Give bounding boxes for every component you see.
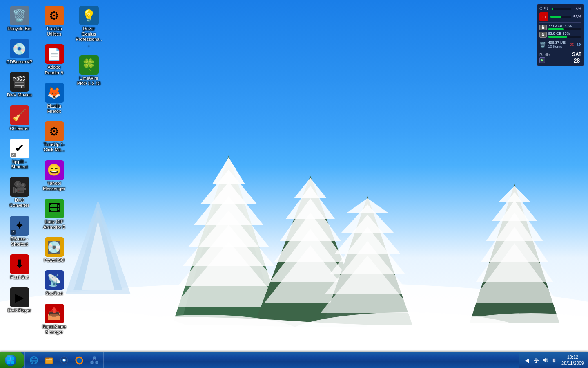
svg-marker-66 (543, 358, 546, 363)
d-drive-bar (548, 36, 567, 38)
d-drive-label: 63.9 GB 57% (548, 31, 581, 36)
icon-image-flashget: ⬇ (10, 254, 29, 274)
desktop-icon-driver-genius[interactable]: 💡Driver Genius Professiona... (74, 4, 104, 49)
bin-size: 496.37 MB (548, 40, 569, 45)
icon-image-recycle-bin: 🗑️ (10, 6, 29, 25)
icon-image-tuneup-utilities: ⚙ (45, 6, 64, 25)
svg-rect-50 (46, 359, 52, 360)
icon-label-divx-converter: DivX Converter (6, 197, 33, 208)
icon-label-tuneup-1click: TuneUp 1-Click Ma... (40, 142, 68, 153)
clock-display: 10:12 28/11/2009 (559, 354, 584, 366)
desktop-icon-mozilla-firefox[interactable]: 🦊Mozilla Firefox (39, 81, 69, 116)
network-quicklaunch[interactable] (87, 353, 101, 367)
icon-label-cdburnerxp: CDBurnerXP (7, 59, 33, 65)
icon-image-limewire: 🍀 (79, 55, 99, 75)
divider-1 (539, 22, 581, 23)
desktop-icon-easy-gif[interactable]: 🎞Easy GIF Animator 5 (39, 197, 69, 231)
icon-image-easy-gif: 🎞 (45, 199, 64, 218)
svg-rect-57 (91, 361, 93, 364)
desktop-icon-tuneup-utilities[interactable]: ⚙TuneUp Utilities (39, 4, 69, 38)
windows-orb (5, 355, 16, 366)
svg-rect-62 (535, 359, 538, 360)
firefox-quicklaunch[interactable] (72, 353, 86, 367)
quick-launch-bar (24, 352, 104, 368)
desktop-icon-ds-exe[interactable]: ✦DS.exe - Shortcut (4, 214, 35, 249)
icon-label-sopcast: SopCast (45, 291, 62, 296)
bin-clear-icon[interactable]: ✕ (570, 41, 575, 48)
desktop-icon-hjsplit[interactable]: ✔hjsplit - Shortcut (4, 137, 35, 171)
desktop-icon-flashget[interactable]: ⬇FlashGet (4, 253, 35, 282)
icon-label-adobe-reader: Adobe Reader 9 (40, 65, 68, 75)
desktop-icon-yahoo-messenger[interactable]: 😄Yahoo! Messenger (39, 159, 69, 193)
desktop-icon-ccleaner[interactable]: 🧹CCleaner (4, 104, 35, 133)
ram-bar-container (550, 16, 571, 18)
system-tray: ◀ 10:12 28/11/2009 (519, 352, 588, 368)
divider-3 (539, 50, 581, 50)
ram-row: ↓↓ 53% (539, 12, 581, 21)
c-drive-icon: 💾 (539, 25, 547, 30)
radio-label: Radio (539, 53, 550, 57)
icon-image-ds-exe: ✦ (10, 216, 29, 236)
c-drive-info: 77.04 GB 48% (548, 24, 581, 30)
start-button[interactable] (0, 352, 24, 368)
desktop-icon-divx-player[interactable]: ▶DivX Player (4, 286, 35, 315)
desktop-icon-divx-converter[interactable]: 🎥DivX Converter (4, 175, 35, 210)
radio-day-info: SAT 28 (572, 52, 581, 64)
bin-restore-icon[interactable]: ↺ (577, 41, 581, 48)
c-drive-row: 💾 77.04 GB 48% (539, 24, 581, 30)
tray-safety-remove-icon[interactable] (550, 357, 558, 364)
ie-quicklaunch[interactable] (27, 353, 41, 367)
icon-label-recycle-bin: Recycle Bin (7, 26, 31, 31)
svg-rect-41 (7, 361, 10, 364)
desktop-icon-recycle-bin[interactable]: 🗑️Recycle Bin (4, 4, 35, 33)
media-quicklaunch[interactable] (57, 353, 71, 367)
tray-network-icon[interactable] (532, 357, 540, 364)
desktop-icon-divx-movies[interactable]: 🎬DivX Movies (4, 70, 35, 99)
svg-line-59 (92, 359, 94, 361)
icon-image-sopcast: 📡 (45, 270, 64, 290)
svg-line-60 (94, 359, 97, 361)
desktop-icon-sopcast[interactable]: 📡SopCast (39, 269, 69, 298)
desktop-icon-rapidshare[interactable]: 📤RapidShare Manager (39, 302, 69, 337)
cpu-row: CPU 5% (539, 7, 581, 11)
c-drive-bar (548, 28, 564, 30)
icon-label-divx-movies: DivX Movies (7, 92, 32, 98)
svg-rect-61 (534, 360, 539, 361)
system-monitor-widget: CPU 5% ↓↓ 53% 💾 77.04 GB 48% 💾 63.9 GB 5… (537, 4, 584, 66)
desktop-icon-adobe-reader[interactable]: 📄Adobe Reader 9 (39, 43, 69, 77)
svg-rect-58 (96, 361, 98, 364)
bin-icon: 🗑️ (539, 42, 546, 48)
icon-image-driver-genius: 💡 (79, 6, 99, 25)
icon-image-yahoo-messenger: 😄 (45, 160, 64, 180)
cpu-bar (552, 8, 553, 10)
explorer-quicklaunch[interactable] (42, 353, 56, 367)
taskbar: ◀ 10:12 28/11/2009 (0, 352, 588, 368)
icon-image-adobe-reader: 📄 (45, 44, 64, 64)
svg-rect-39 (7, 357, 10, 360)
svg-rect-68 (554, 359, 555, 361)
icon-image-tuneup-1click: ⚙ (45, 121, 64, 141)
clock-date: 28/11/2009 (561, 360, 584, 366)
svg-rect-56 (93, 357, 96, 359)
taskbar-items (104, 352, 519, 368)
desktop-icon-cdburnerxp[interactable]: 💿CDBurnerXP (4, 37, 35, 66)
desktop-icon-tuneup-1click[interactable]: ⚙TuneUp 1-Click Ma... (39, 120, 69, 154)
d-drive-bar-container (548, 36, 581, 38)
tray-expand-icon[interactable]: ◀ (523, 357, 531, 364)
desktop-icon-poweriso[interactable]: 💽PowerISO (39, 236, 69, 265)
svg-rect-42 (11, 361, 14, 364)
radio-play-button[interactable]: ▶ (539, 57, 545, 63)
cpu-label: CPU (539, 7, 551, 11)
svg-rect-51 (46, 361, 52, 361)
tray-volume-icon[interactable] (541, 357, 549, 364)
windows-logo (7, 357, 14, 364)
ram-percent: 53% (572, 15, 581, 19)
icon-image-ccleaner: 🧹 (10, 105, 29, 125)
clock-time: 10:12 (567, 354, 579, 360)
bin-items: 10 Items (548, 45, 569, 49)
svg-rect-63 (535, 358, 537, 359)
icon-label-ds-exe: DS.exe - Shortcut (6, 236, 33, 247)
desktop-icon-limewire[interactable]: 🍀LimeWire PRO 5.2.13 (74, 54, 104, 88)
icon-image-hjsplit: ✔ (10, 139, 29, 158)
c-drive-label: 77.04 GB 48% (548, 24, 581, 28)
